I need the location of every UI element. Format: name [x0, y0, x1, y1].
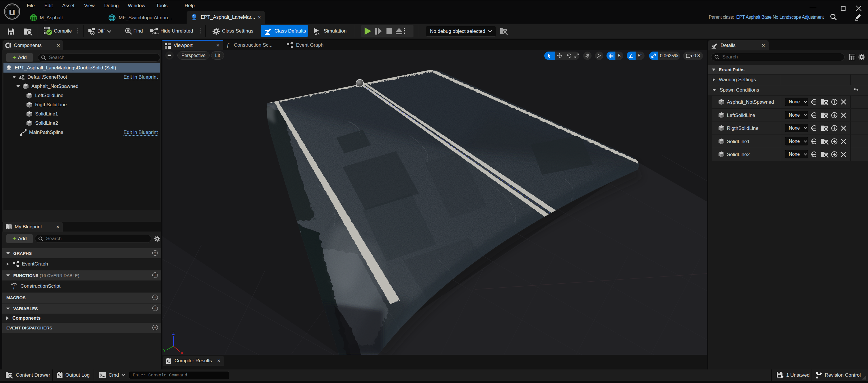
svg-text:Asphalt_NotSpawned: Asphalt_NotSpawned: [727, 99, 774, 105]
svg-text:u: u: [9, 5, 15, 18]
svg-text:SolidLine2: SolidLine2: [727, 152, 750, 157]
svg-text:Y: Y: [163, 348, 166, 353]
svg-text:f: f: [13, 284, 16, 289]
svg-text:SolidLine1: SolidLine1: [727, 139, 750, 144]
svg-text:ƒ: ƒ: [226, 42, 229, 49]
svg-text:LeftSolidLine: LeftSolidLine: [727, 113, 755, 118]
svg-text:RigthSolidLine: RigthSolidLine: [727, 126, 758, 131]
svg-text:Z: Z: [172, 331, 175, 336]
svg-text:X: X: [181, 351, 183, 355]
